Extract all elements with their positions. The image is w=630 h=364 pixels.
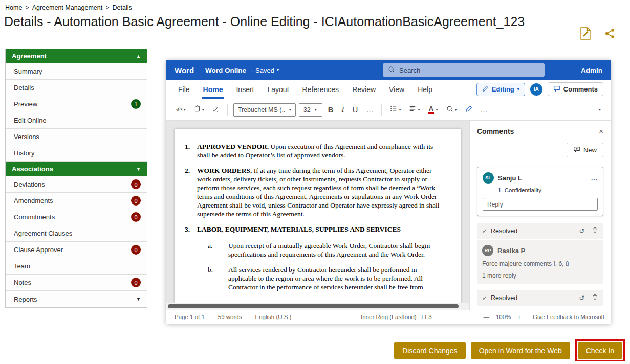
preview-document-icon[interactable] (579, 27, 593, 42)
user-avatar[interactable]: IA (530, 83, 542, 96)
undo-icon: ↶ (176, 106, 182, 113)
sidebar-item-history[interactable]: History (6, 145, 147, 162)
delete-icon[interactable] (592, 227, 598, 235)
sidebar-item-label: Team (14, 262, 30, 270)
font-family-select[interactable]: Trebuchet MS (... ▾ (233, 103, 296, 117)
underline-button[interactable]: U (350, 103, 361, 116)
sidebar-section-agreement[interactable]: Agreement ▲ (6, 49, 147, 63)
breadcrumb-home[interactable]: Home (5, 4, 22, 11)
sidebar-item-label: Agreement Clauses (14, 230, 72, 237)
paste-button[interactable]: ▾ (191, 103, 207, 117)
word-logo[interactable]: Word (175, 66, 194, 75)
count-badge: 0 (131, 179, 141, 189)
new-comment-label: New (583, 146, 597, 154)
format-painter-icon (212, 105, 219, 115)
tab-file[interactable]: File (171, 80, 197, 99)
tab-review[interactable]: Review (345, 80, 382, 99)
align-button[interactable]: ▾ (406, 103, 422, 117)
font-color-button[interactable]: A ▾ (425, 103, 440, 116)
document-canvas[interactable]: 1. APPROVED VENDOR. Upon execution of th… (166, 121, 469, 303)
tab-home[interactable]: Home (197, 80, 230, 99)
bullets-button[interactable]: ▾ (387, 103, 403, 117)
sidebar-item-label: History (14, 149, 34, 157)
resolved-label: Resolved (491, 228, 517, 235)
comments-title: Comments (477, 127, 514, 135)
sidebar-item-clause-approver[interactable]: Clause Approver 0 (6, 242, 147, 258)
sidebar-item-deviations[interactable]: Deviations 0 (6, 176, 147, 193)
sidebar-item-amendments[interactable]: Amendments 0 (6, 193, 147, 209)
tab-view[interactable]: View (382, 80, 411, 99)
sidebar-item-agreement-clauses[interactable]: Agreement Clauses (6, 225, 147, 242)
ink-editor-button[interactable] (463, 103, 475, 117)
new-comment-button[interactable]: New (567, 143, 603, 157)
collapsed-comment-card[interactable]: RP Rasika P Force majeure comments î, ô,… (477, 240, 603, 284)
bold-button[interactable]: B (325, 103, 336, 116)
reopen-icon[interactable]: ↺ (579, 227, 584, 235)
sidebar-item-versions[interactable]: Versions (6, 129, 147, 145)
tab-insert[interactable]: Insert (229, 80, 260, 99)
share-icon[interactable] (604, 28, 616, 41)
chevron-down-icon: ▾ (436, 108, 438, 112)
comments-toggle-button[interactable]: Comments (548, 82, 603, 96)
page-count[interactable]: Page 1 of 1 (175, 314, 205, 320)
sidebar-item-details[interactable]: Details (6, 80, 147, 96)
footer-actions: Discard Changes Open in Word for the Web… (394, 339, 625, 361)
ellipsis-icon: … (366, 106, 373, 113)
editing-mode-button[interactable]: Editing ▾ (476, 83, 525, 96)
account-name[interactable]: Admin (581, 66, 602, 74)
zoom-level[interactable]: 100% (496, 314, 511, 320)
discard-changes-button[interactable]: Discard Changes (394, 342, 465, 359)
horizontal-scrollbar[interactable] (166, 303, 469, 310)
scrollbar-thumb[interactable] (168, 304, 459, 308)
feedback-link[interactable]: Give Feedback to Microsoft (533, 314, 604, 320)
zoom-out-button[interactable]: — (483, 314, 489, 320)
tab-help[interactable]: Help (411, 80, 439, 99)
font-size-select[interactable]: 32 ▾ (299, 103, 322, 117)
list-number: 3. (185, 225, 197, 234)
reply-input[interactable] (483, 198, 598, 211)
document-page[interactable]: 1. APPROVED VENDOR. Upon execution of th… (175, 129, 461, 303)
comment-menu-icon[interactable]: ... (591, 174, 598, 181)
sidebar-item-edit-online[interactable]: Edit Online (6, 112, 147, 129)
collapse-ribbon-button[interactable]: ▾ (596, 106, 603, 114)
search-box[interactable]: Search (383, 63, 545, 77)
word-count[interactable]: 59 words (218, 314, 242, 320)
sidebar-item-preview[interactable]: Preview 1 (6, 96, 147, 112)
sidebar-item-team[interactable]: Team (6, 258, 147, 275)
language-selector[interactable]: English (U.S.) (255, 314, 292, 320)
zoom-in-button[interactable]: + (517, 314, 521, 320)
sidebar-item-label: Amendments (14, 197, 53, 204)
find-button[interactable]: ▾ (444, 103, 460, 117)
tab-layout[interactable]: Layout (260, 80, 295, 99)
sidebar-section-associations[interactable]: Associations ▼ (6, 162, 147, 176)
italic-button[interactable]: I (339, 103, 347, 116)
check-icon: ✓ (482, 228, 487, 235)
section-label: Agreement (12, 52, 47, 60)
undo-button[interactable]: ↶ ▾ (173, 104, 188, 116)
more-font-options-button[interactable]: … (363, 104, 376, 116)
sidebar-item-commitments[interactable]: Commitments 0 (6, 209, 147, 225)
format-painter-button[interactable] (210, 103, 222, 117)
sidebar-item-label: Notes (14, 279, 31, 286)
save-status[interactable]: - Saved ▾ (251, 66, 279, 74)
breadcrumb-details[interactable]: Details (113, 4, 132, 11)
sidebar-item-summary[interactable]: Summary (6, 63, 147, 80)
breadcrumb-agreement-management[interactable]: Agreement Management (32, 4, 103, 11)
more-replies-link[interactable]: 1 more reply (482, 272, 598, 279)
reopen-icon[interactable]: ↺ (579, 294, 584, 302)
toolbar-divider (227, 104, 228, 116)
toolbar-overflow-button[interactable]: … (478, 104, 490, 116)
count-badge: 0 (131, 278, 141, 287)
close-icon[interactable]: × (599, 127, 603, 135)
chevron-down-icon: ▾ (202, 108, 204, 112)
delete-icon[interactable] (592, 294, 598, 302)
word-app-name[interactable]: Word Online (205, 66, 246, 74)
open-in-word-button[interactable]: Open in Word for the Web (471, 342, 570, 359)
tab-references[interactable]: References (296, 80, 346, 99)
ribbon-right-actions: Editing ▾ IA Comments (476, 82, 605, 96)
check-in-button[interactable]: Check In (578, 342, 622, 359)
sidebar-section-reports[interactable]: Reports ▼ (6, 291, 147, 307)
sidebar-item-notes[interactable]: Notes 0 (6, 275, 147, 291)
header-actions (579, 27, 616, 42)
bullet-list-icon (390, 105, 397, 115)
